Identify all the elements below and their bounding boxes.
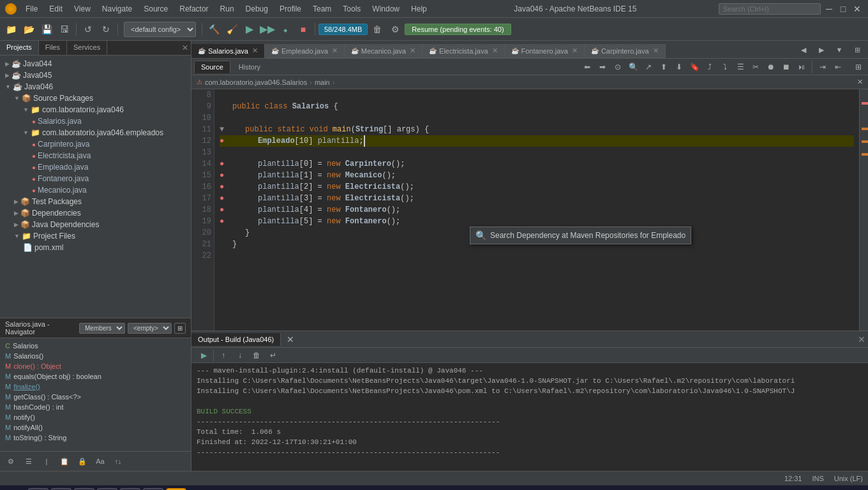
tab-services[interactable]: Services: [67, 41, 107, 55]
nav-tool-3[interactable]: |: [38, 453, 55, 470]
src-cut-line[interactable]: ✂: [749, 60, 763, 74]
output-clear-button[interactable]: 🗑: [250, 348, 264, 362]
taskbar-search-button[interactable]: 🔍: [28, 488, 49, 491]
taskbar-file-explorer-button[interactable]: 📁: [74, 488, 94, 491]
taskbar-netbeans-button[interactable]: NB: [166, 488, 186, 491]
config-dropdown[interactable]: <default config>: [124, 22, 196, 37]
tab-electricista-java[interactable]: ☕ Electricista.java ✕: [423, 44, 504, 58]
list-item[interactable]: ● Carpintero.java: [0, 138, 191, 150]
left-panel-close[interactable]: ✕: [179, 41, 191, 55]
tab-mecanico-java[interactable]: ☕ Mecanico.java ✕: [345, 44, 423, 58]
list-item[interactable]: M toString() : String: [0, 433, 191, 443]
src-indent-button[interactable]: ⇥: [816, 60, 830, 74]
stop-button[interactable]: ■: [295, 21, 311, 38]
list-item[interactable]: 📄 pom.xml: [0, 242, 191, 253]
src-toggle-bkmk[interactable]: 🔖: [687, 60, 701, 74]
menu-view[interactable]: View: [69, 3, 96, 15]
tab-maximize-button[interactable]: ⊞: [849, 41, 865, 58]
list-item[interactable]: M notify(): [0, 412, 191, 422]
tab-output-build[interactable]: Output - Build (Java046): [191, 333, 281, 346]
taskbar-powerpoint-button[interactable]: P: [143, 488, 163, 491]
output-scroll-down[interactable]: ↓: [233, 348, 247, 362]
src-back-button[interactable]: ⬅: [580, 60, 594, 74]
list-item[interactable]: M getClass() : Class<?>: [0, 392, 191, 402]
tab-close-button[interactable]: ✕: [252, 47, 258, 55]
list-item[interactable]: ▶ 📦 Java Dependencies: [0, 219, 191, 230]
resume-button[interactable]: Resume (pending events: 40): [405, 24, 511, 35]
memory-button[interactable]: 58/248.4MB: [318, 24, 368, 35]
src-prev-bkmk[interactable]: ⤴: [703, 60, 717, 74]
src-fold-button[interactable]: ⊞: [851, 60, 865, 74]
menu-help[interactable]: Help: [406, 3, 432, 15]
start-button[interactable]: [5, 488, 26, 491]
nav-tool-5[interactable]: 🔒: [74, 453, 91, 470]
menu-source[interactable]: Source: [138, 3, 173, 15]
save-all-button[interactable]: 🖫: [56, 21, 73, 38]
menu-debug[interactable]: Debug: [241, 3, 273, 15]
search-input[interactable]: [719, 3, 821, 15]
menu-profile[interactable]: Profile: [274, 3, 306, 15]
list-item[interactable]: M equals(Object obj) : boolean: [0, 371, 191, 382]
list-item[interactable]: M finalize(): [0, 382, 191, 392]
list-item[interactable]: ▼ 📦 Source Packages: [0, 93, 191, 104]
src-stop-macro[interactable]: ⏹: [779, 60, 793, 74]
menu-file[interactable]: File: [20, 3, 43, 15]
list-item[interactable]: M notifyAll(): [0, 422, 191, 433]
gc-button[interactable]: 🗑: [369, 21, 385, 38]
code-editor[interactable]: 8 9 10 11 12 13 14 15 16 17 18 19 20 21 …: [191, 89, 868, 330]
src-run-macro[interactable]: ⏯: [795, 60, 809, 74]
list-item[interactable]: ● Mecanico.java: [0, 184, 191, 196]
list-item[interactable]: ▼ 📁 com.laboratorio.java046.empleados: [0, 127, 191, 138]
src-prev-error[interactable]: ⬆: [657, 60, 671, 74]
close-button[interactable]: ✕: [851, 3, 863, 15]
tab-close-button[interactable]: ✕: [653, 47, 659, 55]
src-toggle-line[interactable]: ☰: [733, 60, 747, 74]
list-item[interactable]: ▶ 📦 Test Packages: [0, 196, 191, 207]
code-content[interactable]: public class Salarios { ▼ public static …: [214, 89, 859, 330]
profile-button[interactable]: ⬥: [277, 21, 294, 38]
tab-history[interactable]: History: [232, 61, 267, 73]
list-item[interactable]: ● Fontanero.java: [0, 173, 191, 184]
tab-close-button[interactable]: ✕: [332, 47, 338, 55]
bottom-panel-close-button[interactable]: ✕: [858, 334, 865, 345]
right-scrollbar[interactable]: [859, 89, 868, 330]
tab-projects[interactable]: Projects: [0, 41, 39, 55]
src-next-bkmk[interactable]: ⤵: [718, 60, 732, 74]
nav-tool-4[interactable]: 📋: [56, 453, 73, 470]
tab-salarios-java[interactable]: ☕ Salarios.java ✕: [191, 44, 265, 58]
autocomplete-popup[interactable]: 🔍 Search Dependency at Maven Repositorie…: [470, 226, 691, 244]
nav-tool-6[interactable]: Aa: [92, 453, 108, 470]
build-button[interactable]: 🔨: [206, 21, 222, 38]
redo-button[interactable]: ↻: [98, 21, 114, 38]
src-search-button[interactable]: 🔍: [626, 60, 640, 74]
tab-scroll-right[interactable]: ▶: [813, 41, 830, 58]
taskbar-browser-button[interactable]: 🦁: [97, 488, 117, 491]
tab-source[interactable]: Source: [194, 61, 230, 73]
menu-window[interactable]: Window: [367, 3, 405, 15]
menu-run[interactable]: Run: [215, 3, 239, 15]
list-item[interactable]: ● Salarios.java: [0, 115, 191, 127]
src-record-macro[interactable]: ⏺: [764, 60, 778, 74]
breadcrumb-close[interactable]: ✕: [857, 78, 863, 86]
output-wrap-button[interactable]: ↵: [266, 348, 280, 362]
menu-refactor[interactable]: Refactor: [174, 3, 213, 15]
tab-carpintero-java[interactable]: ☕ Carpintero.java ✕: [585, 44, 666, 58]
navigator-filter-select[interactable]: <empty>: [128, 323, 172, 334]
src-forward-button[interactable]: ➡: [595, 60, 610, 74]
list-item[interactable]: C Salarios: [0, 341, 191, 351]
src-go-to-button[interactable]: ↗: [641, 60, 655, 74]
new-project-button[interactable]: 📁: [3, 21, 19, 38]
clean-build-button[interactable]: 🧹: [223, 21, 240, 38]
tab-empleado-java[interactable]: ☕ Empleado.java ✕: [265, 44, 345, 58]
output-close-tab-button[interactable]: ✕: [282, 331, 299, 348]
list-item[interactable]: M clone() : Object: [0, 361, 191, 371]
menu-navigate[interactable]: Navigate: [97, 3, 137, 15]
list-item[interactable]: M hashCode() : int: [0, 402, 191, 412]
menu-team[interactable]: Team: [308, 3, 336, 15]
list-item[interactable]: ▶ ☕ Java044: [0, 58, 191, 70]
profiler-button[interactable]: ⚙: [387, 21, 403, 38]
list-item[interactable]: M Salarios(): [0, 351, 191, 361]
taskbar-task-view-button[interactable]: ⊟: [51, 488, 71, 491]
output-run-button[interactable]: ▶: [197, 348, 211, 362]
run-button[interactable]: ▶: [241, 21, 258, 38]
